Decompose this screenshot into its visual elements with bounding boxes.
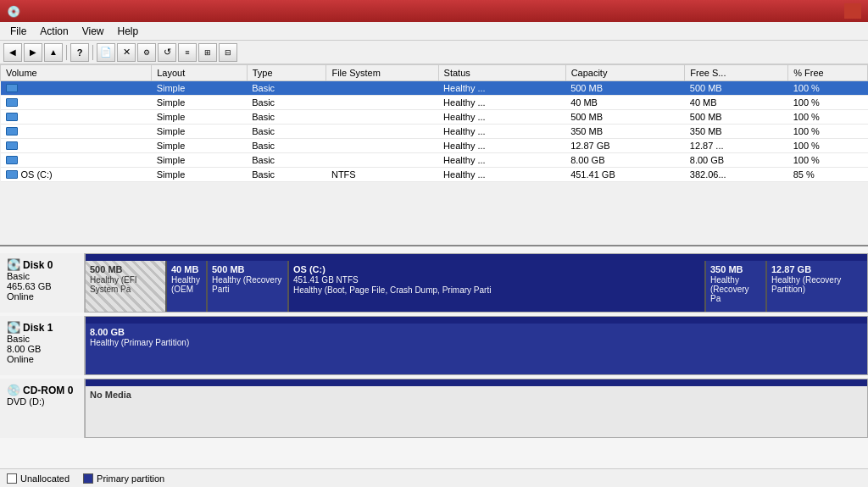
cell-layout: Simple (152, 81, 248, 96)
toolbar-btn-forward[interactable]: ▶ (24, 43, 42, 62)
app-icon: 💿 (7, 5, 20, 18)
disk-status: Online (7, 354, 77, 364)
col-layout[interactable]: Layout (152, 65, 248, 81)
partition[interactable]: 500 MBHealthy (EFI System Pa (86, 261, 167, 312)
disk-header-bar (86, 254, 867, 261)
table-row[interactable]: SimpleBasicHealthy ...8.00 GB8.00 GB100 … (1, 153, 868, 168)
cell-type: Basic (247, 110, 326, 125)
disk-type: Basic (7, 271, 77, 281)
toolbar: ◀ ▶ ▲ ? 📄 ✕ ⚙ ↺ ≡ ⊞ ⊟ (0, 41, 868, 64)
cell-status: Healthy ... (438, 81, 565, 96)
disk-row: 💽Disk 1 Basic 8.00 GB Online 8.00 GBHeal… (0, 316, 868, 375)
table-row[interactable]: SimpleBasicHealthy ...500 MB500 MB100 % (1, 81, 868, 96)
col-capacity[interactable]: Capacity (565, 65, 685, 81)
partition[interactable]: OS (C:)451.41 GB NTFSHealthy (Boot, Page… (289, 261, 706, 312)
main-content: Volume Layout Type File System Status Ca… (0, 64, 868, 487)
partition[interactable]: 40 MBHealthy (OEM (167, 261, 208, 312)
cell-volume (1, 139, 152, 153)
cell-volume (1, 81, 152, 96)
toolbar-btn-settings[interactable]: ≡ (178, 43, 197, 62)
partition[interactable]: No Media (86, 386, 867, 437)
legend-bar: Unallocated Primary partition (0, 468, 868, 487)
legend-label-primary: Primary partition (97, 473, 164, 484)
partition[interactable]: 350 MBHealthy (Recovery Pa (706, 261, 767, 312)
cell-fs (326, 96, 438, 110)
minimize-button[interactable] (807, 3, 824, 19)
cell-status: Healthy ... (438, 168, 565, 182)
disk-type: DVD (D:) (7, 396, 77, 407)
cell-capacity: 40 MB (565, 96, 685, 110)
partition-size: 350 MB (710, 264, 761, 274)
cell-free: 8.00 GB (685, 153, 788, 168)
menu-bar: File Action View Help (0, 22, 868, 41)
col-fs[interactable]: File System (326, 65, 438, 81)
col-free[interactable]: Free S... (685, 65, 788, 81)
cell-capacity: 500 MB (565, 110, 685, 125)
disk-row: 💿CD-ROM 0 DVD (D:) No Media (0, 379, 868, 438)
col-status[interactable]: Status (438, 65, 565, 81)
partition[interactable]: 8.00 GBHealthy (Primary Partition) (86, 324, 867, 374)
cell-type: Basic (247, 139, 326, 153)
partition[interactable]: 500 MBHealthy (Recovery Parti (208, 261, 289, 312)
partition-label: Healthy (OEM (171, 275, 202, 294)
disk-row: 💽Disk 0 Basic 465.63 GB Online 500 MBHea… (0, 253, 868, 313)
col-type[interactable]: Type (247, 65, 326, 81)
col-volume[interactable]: Volume (1, 65, 152, 81)
disk-size: 8.00 GB (7, 344, 77, 354)
toolbar-btn-help[interactable]: ? (70, 43, 89, 62)
restore-button[interactable] (826, 3, 843, 19)
toolbar-btn-new[interactable]: 📄 (97, 43, 115, 62)
cell-status: Healthy ... (438, 96, 565, 110)
partition-size: 500 MB (90, 264, 161, 274)
legend-box-primary (83, 473, 93, 484)
cell-capacity: 350 MB (565, 125, 685, 139)
disk-status: Online (7, 291, 77, 302)
cell-fs (326, 81, 438, 96)
toolbar-btn-up[interactable]: ▲ (44, 43, 63, 62)
menu-view[interactable]: View (75, 24, 111, 39)
cell-layout: Simple (152, 96, 248, 110)
table-row[interactable]: OS (C:)SimpleBasicNTFSHealthy ...451.41 … (1, 168, 868, 182)
cell-pct: 100 % (788, 125, 868, 139)
volume-icon (6, 156, 18, 164)
cell-free: 500 MB (685, 81, 788, 96)
close-button[interactable] (844, 3, 861, 19)
table-row[interactable]: SimpleBasicHealthy ...12.87 GB12.87 ...1… (1, 139, 868, 153)
menu-file[interactable]: File (3, 24, 33, 39)
toolbar-btn-back[interactable]: ◀ (3, 43, 22, 62)
volume-table-area: Volume Layout Type File System Status Ca… (0, 64, 868, 246)
cell-pct: 85 % (788, 168, 868, 182)
cell-fs (326, 139, 438, 153)
table-row[interactable]: SimpleBasicHealthy ...350 MB350 MB100 % (1, 125, 868, 139)
toolbar-btn-refresh[interactable]: ↺ (158, 43, 176, 62)
col-pct[interactable]: % Free (788, 65, 868, 81)
table-row[interactable]: SimpleBasicHealthy ...40 MB40 MB100 % (1, 96, 868, 110)
partitions-row: No Media (86, 386, 867, 437)
legend-label-unallocated: Unallocated (20, 473, 70, 484)
cell-pct: 100 % (788, 96, 868, 110)
partition-size: No Media (90, 390, 863, 400)
cell-capacity: 12.87 GB (565, 139, 685, 153)
cell-fs (326, 110, 438, 125)
volume-table: Volume Layout Type File System Status Ca… (0, 64, 868, 182)
cell-layout: Simple (152, 168, 248, 182)
partition-label: Healthy (EFI System Pa (90, 275, 161, 294)
toolbar-btn-props[interactable]: ⚙ (137, 43, 156, 62)
cell-capacity: 500 MB (565, 81, 685, 96)
partition-label: Healthy (Primary Partition) (90, 338, 863, 347)
menu-help[interactable]: Help (111, 24, 146, 39)
table-row[interactable]: SimpleBasicHealthy ...500 MB500 MB100 % (1, 110, 868, 125)
menu-action[interactable]: Action (33, 24, 75, 39)
partition-label: Healthy (Boot, Page File, Crash Dump, Pr… (293, 285, 700, 295)
cell-layout: Simple (152, 139, 248, 153)
volume-icon (6, 170, 18, 179)
partition[interactable]: 12.87 GBHealthy (Recovery Partition) (767, 261, 867, 312)
cell-layout: Simple (152, 125, 248, 139)
toolbar-btn-view[interactable]: ⊞ (198, 43, 217, 62)
cell-fs (326, 153, 438, 168)
partitions-row: 8.00 GBHealthy (Primary Partition) (86, 324, 867, 374)
toolbar-btn-delete[interactable]: ✕ (117, 43, 136, 62)
cell-fs: NTFS (326, 168, 438, 182)
partition-size: OS (C:) (293, 264, 700, 274)
toolbar-btn-map[interactable]: ⊟ (219, 43, 237, 62)
